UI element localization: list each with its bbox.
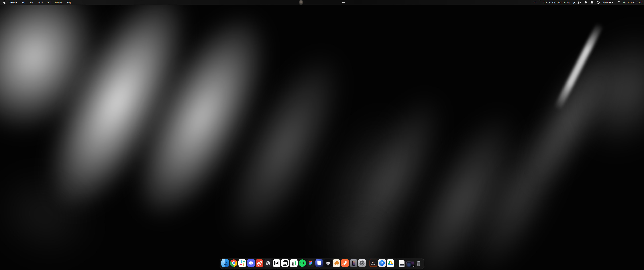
battery-nub (614, 2, 614, 3)
overflow-dots-menu[interactable]: ••• (534, 1, 537, 4)
discord-icon (247, 259, 255, 267)
stack-badge: 11 (412, 265, 415, 267)
chrome-icon (230, 259, 238, 267)
time-text: 17:58 (636, 1, 642, 4)
dock-item-figma[interactable] (307, 259, 314, 267)
card-front (318, 261, 321, 265)
dock-item-chrome[interactable] (230, 259, 238, 267)
dock-item-trash[interactable] (415, 259, 422, 267)
sunburst-icon (578, 1, 581, 4)
todoist-icon (256, 259, 263, 267)
menu-help[interactable]: Help (67, 1, 72, 4)
dock-separator (396, 259, 396, 267)
raycast-logo (372, 261, 374, 264)
display-icon (590, 1, 594, 4)
pick-shape-menubar-item[interactable] (584, 1, 587, 4)
control-center-menubar-item[interactable] (618, 1, 620, 4)
level-bars-icon[interactable] (342, 1, 345, 3)
granola-cursor-icon (574, 2, 575, 3)
postico-mammoth-icon (332, 259, 340, 267)
dock-item-google-drive[interactable] (386, 259, 394, 267)
linear-icon (264, 259, 272, 267)
granola-icon: g (290, 259, 298, 267)
menu-bar: Finder File Edit View Go Window Help •••… (0, 0, 644, 5)
1password-icon (378, 259, 386, 267)
1password-menubar-item[interactable] (597, 1, 600, 4)
running-indicator (225, 268, 226, 268)
svg-text:N: N (275, 261, 278, 265)
dock-item-1password[interactable] (378, 259, 386, 267)
menu-window[interactable]: Window (54, 1, 62, 4)
pick-shape-icon (584, 1, 587, 4)
apple-logo-icon (3, 1, 6, 4)
system-settings-icon (358, 259, 366, 267)
dock-item-slack[interactable] (238, 259, 246, 267)
dock-item-todoist[interactable] (256, 259, 263, 267)
date-text: Mon 10 Mar (623, 1, 634, 4)
1password-ring-icon (597, 1, 600, 4)
battery-percent: 100% (603, 1, 608, 4)
postman-icon (341, 259, 349, 267)
dock-item-discord[interactable] (247, 259, 255, 267)
menu-file[interactable]: File (22, 1, 25, 4)
granola-menubar-item[interactable]: g (573, 1, 575, 4)
bar (342, 2, 343, 3)
sunburst-menubar-item[interactable] (578, 1, 581, 4)
figma-icon (307, 259, 314, 267)
event-bar-icon (540, 1, 540, 4)
bar (343, 2, 344, 3)
dock-item-downloads-stack[interactable]: 11 (406, 259, 414, 267)
camera-avatar-menubar-item[interactable] (299, 0, 303, 5)
granola-g-glyph: g (573, 1, 574, 4)
granola-g: g (292, 261, 294, 265)
running-indicator (302, 268, 302, 268)
desktop: Finder File Edit View Go Window Help •••… (0, 0, 644, 270)
menu-go[interactable]: Go (47, 1, 50, 4)
menu-view[interactable]: View (38, 1, 42, 4)
running-indicator (234, 268, 234, 268)
menu-edit[interactable]: Edit (30, 1, 33, 4)
iphone-mirroring-icon (350, 259, 358, 267)
dock-item-notion-calendar[interactable]: 10 (281, 259, 289, 267)
dock-item-linear[interactable] (264, 259, 272, 267)
1password-circle (379, 260, 385, 266)
dock-item-disk-image-file[interactable] (398, 259, 406, 267)
running-indicator (345, 268, 345, 268)
display-menubar-item[interactable] (590, 1, 594, 4)
running-indicator (310, 268, 311, 268)
running-indicator (250, 268, 251, 268)
spotify-icon (298, 259, 306, 267)
trash-icon (415, 259, 422, 267)
drive-graphic (400, 264, 404, 266)
battery-menubar-item[interactable]: 100% (603, 1, 614, 4)
dock-item-granola[interactable]: g (290, 259, 298, 267)
notion-calendar-icon: 10 (281, 259, 289, 267)
cube-3d-icon (324, 259, 332, 267)
toggle-pill (618, 1, 620, 2)
dock-item-iphone-mirroring[interactable] (350, 259, 358, 267)
slack-icon (238, 259, 246, 267)
menu-bar-status: ••• Dar jantar do Chico · in 2m g (534, 1, 644, 4)
dock-item-notion[interactable]: N (273, 259, 280, 267)
dock-separator (368, 259, 368, 267)
apple-menu-icon[interactable] (3, 1, 6, 4)
dock-item-3d-cube-app[interactable] (324, 259, 332, 267)
google-drive-icon (386, 259, 394, 267)
running-indicator (276, 268, 277, 268)
dock-item-postico[interactable] (332, 259, 340, 267)
clock-menubar-item[interactable]: Mon 10 Mar 17:58 (623, 1, 642, 4)
disk-image-file-icon (399, 260, 404, 267)
notion-icon: N (273, 259, 280, 267)
running-indicator (285, 268, 286, 268)
dock-item-system-settings[interactable] (358, 259, 366, 267)
dock-item-spotify[interactable] (298, 259, 306, 267)
toggle-pill (618, 3, 620, 4)
dock-item-screen-studio[interactable] (316, 259, 323, 267)
granola-cursor (295, 261, 296, 265)
dock-item-raycast[interactable]: raycast (370, 259, 377, 267)
dock-item-finder[interactable] (221, 259, 229, 267)
bar (344, 2, 345, 3)
dock-item-postman[interactable] (341, 259, 349, 267)
calendar-event-item[interactable]: Dar jantar do Chico · in 2m (544, 1, 569, 4)
menu-app-name[interactable]: Finder (10, 1, 17, 4)
